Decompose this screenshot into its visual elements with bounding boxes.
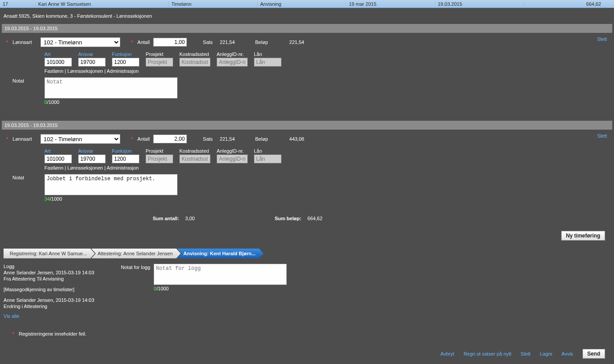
sats-label: Sats (203, 40, 213, 45)
kostnadssted-input[interactable] (179, 154, 210, 163)
ansvar-input[interactable] (78, 58, 106, 67)
workflow-step-anvisning[interactable]: Anvisning: Kent Harald Bjørn... (177, 249, 264, 258)
log-panel: Logg Anne Selander Jensen, 2015-03-19 14… (4, 264, 94, 319)
belop-label: Beløp (255, 40, 268, 45)
show-all-link[interactable]: Vis alle (4, 313, 19, 319)
required-indicator: * (6, 40, 8, 45)
summary-date: 19.03.2015 (435, 1, 524, 7)
lan-label: Lån (254, 148, 281, 154)
antall-input[interactable] (153, 135, 187, 143)
kostnadssted-label: Kostnadssted (179, 51, 210, 57)
antall-label: Antall (138, 136, 150, 142)
save-link[interactable]: Lagre (540, 351, 552, 356)
log-line: Endring i Attestering (4, 304, 94, 309)
recalculate-link[interactable]: Regn ut satser på nytt (463, 351, 511, 356)
notat-counter: 0/1000 (44, 99, 178, 105)
summary-bar: 17 Kari Anne W Samuelsen Timelønn Anvisn… (0, 0, 614, 8)
cancel-link[interactable]: Avbryt (440, 351, 454, 356)
ansvar-input[interactable] (78, 154, 106, 163)
ansvar-label[interactable]: Ansvar (78, 51, 106, 57)
summary-type: Timelønn (169, 1, 257, 7)
art-label[interactable]: Art (44, 148, 72, 154)
reject-link[interactable]: Avvis (562, 351, 573, 356)
notat-label: Notat (12, 174, 40, 180)
entry-breadcrumb: Fastlønn | Lønnsseksjonen | Administrasj… (44, 165, 608, 170)
anleggid-input[interactable] (217, 154, 248, 163)
summary-status: Anvisning (257, 1, 346, 7)
summary-date-text: 19 mar 2015 (346, 1, 435, 7)
prosjekt-label: Prosjekt (146, 148, 173, 154)
ansvar-label[interactable]: Ansvar (78, 148, 106, 154)
error-message: *Registreringene inneholder feil. (2, 323, 612, 344)
lan-input[interactable] (254, 58, 281, 67)
prosjekt-input[interactable] (146, 58, 173, 67)
summary-name: Kari Anne W Samuelsen (36, 1, 169, 7)
notat-counter: 34/1000 (44, 196, 178, 202)
sats-value: 221,54 (220, 136, 235, 142)
prosjekt-input[interactable] (146, 154, 173, 163)
log-title: Logg (4, 264, 94, 269)
kostnadssted-input[interactable] (179, 58, 210, 67)
log-note-counter: 0/1000 (154, 286, 287, 291)
funksjon-input[interactable] (112, 58, 139, 67)
funksjon-label[interactable]: Funksjon (112, 51, 139, 57)
summary-amount: 664,62 (524, 1, 604, 7)
funksjon-input[interactable] (112, 154, 139, 163)
required-indicator: * (131, 136, 133, 142)
workflow-steps: Registrering: Kari Anne W Samue... Attes… (4, 249, 610, 258)
required-indicator: * (6, 136, 8, 142)
new-entry-button[interactable]: Ny timeføring (561, 231, 605, 241)
entry-block: Slett * Lønnsart 102 - Timelønn * Antall… (2, 33, 612, 113)
anleggid-input[interactable] (217, 58, 248, 67)
notat-textarea[interactable] (44, 77, 178, 99)
summary-id: 17 (0, 1, 36, 7)
anleggid-label: AnleggID-nr. (217, 51, 248, 57)
anleggid-label: AnleggID-nr. (217, 148, 248, 154)
belop-label: Beløp (255, 136, 268, 142)
sum-antall: Sum antall:3,00 (153, 216, 195, 221)
notat-textarea[interactable] (44, 174, 178, 195)
log-line: Anne Selander Jensen, 2015-03-19 14:03 (4, 297, 94, 303)
entry-block: Slett * Lønnsart 102 - Timelønn * Antall… (2, 130, 612, 210)
employee-header: Ansatt 5925, Skien kommune, 3 - Førsteko… (2, 10, 612, 24)
entry-date-range: 19.03.2015 - 19.03.2015 (2, 24, 612, 33)
log-line: Fra Attestering Til Anvisning (4, 276, 94, 281)
lonnsart-select[interactable]: 102 - Timelønn (40, 37, 120, 47)
art-input[interactable] (44, 58, 72, 67)
workflow-step-attestering[interactable]: Attestering: Anne Selander Jensen (91, 249, 181, 258)
lan-label: Lån (254, 51, 281, 57)
lan-input[interactable] (254, 154, 281, 163)
log-note-textarea[interactable] (154, 264, 287, 285)
lonnsart-label: Lønnsart (12, 40, 37, 45)
log-line: Anne Selander Jensen, 2015-03-19 14:03 (4, 270, 94, 275)
required-indicator: * (131, 40, 133, 45)
lonnsart-label: Lønnsart (12, 136, 37, 142)
kostnadssted-label: Kostnadssted (179, 148, 210, 154)
antall-label: Antall (138, 40, 150, 45)
notat-label: Notat (12, 77, 40, 83)
entry-date-range: 19.03.2015 - 19.03.2015 (2, 121, 612, 130)
delete-entry-link[interactable]: Slett (597, 36, 607, 42)
sats-value: 221,54 (220, 40, 235, 45)
funksjon-label[interactable]: Funksjon (112, 148, 139, 154)
workflow-step-registrering[interactable]: Registrering: Kari Anne W Samue... (4, 249, 95, 258)
log-line: [Massegodkjenning av timelister] (4, 287, 94, 292)
antall-input[interactable] (153, 38, 187, 47)
lonnsart-select[interactable]: 102 - Timelønn (40, 134, 120, 144)
art-label[interactable]: Art (44, 51, 72, 57)
prosjekt-label: Prosjekt (146, 51, 173, 57)
entry-breadcrumb: Fastlønn | Lønnsseksjonen | Administrasj… (44, 68, 608, 74)
send-button[interactable]: Send (582, 349, 605, 359)
sats-label: Sats (203, 136, 213, 142)
delete-link[interactable]: Slett (521, 351, 531, 356)
belop-value: 221,54 (289, 40, 305, 45)
art-input[interactable] (44, 154, 72, 163)
action-row: Avbryt Regn ut satser på nytt Slett Lagr… (2, 344, 612, 364)
sum-belop: Sum beløp:664,62 (275, 216, 323, 221)
belop-value: 443,08 (289, 136, 305, 142)
log-note-label: Notat for logg (121, 264, 150, 270)
delete-entry-link[interactable]: Slett (597, 133, 607, 138)
